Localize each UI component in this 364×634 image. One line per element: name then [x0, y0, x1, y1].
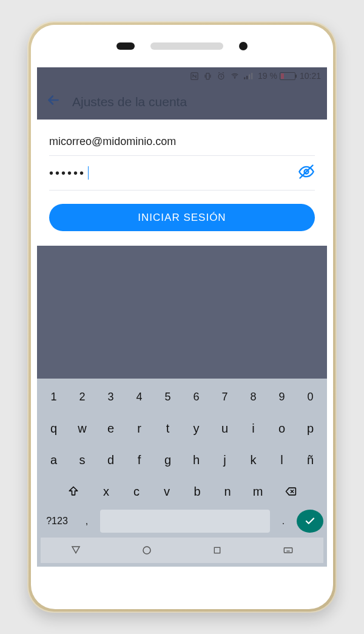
phone-top-hardware — [31, 25, 333, 67]
shift-key[interactable] — [58, 478, 89, 505]
key-d[interactable]: d — [98, 447, 124, 473]
key-s[interactable]: s — [69, 447, 95, 473]
key-5[interactable]: 5 — [155, 383, 181, 410]
key-ñ[interactable]: ñ — [297, 447, 323, 473]
vibrate-icon — [203, 72, 212, 81]
svg-point-10 — [143, 547, 150, 554]
key-g[interactable]: g — [155, 447, 181, 473]
key-n[interactable]: n — [214, 478, 241, 505]
key-h[interactable]: h — [183, 447, 209, 473]
svg-rect-7 — [251, 73, 252, 79]
password-masked-text: •••••• — [49, 166, 86, 180]
app-header: Ajustes de la cuenta — [37, 84, 327, 120]
key-o[interactable]: o — [269, 415, 295, 442]
nfc-icon — [190, 72, 199, 81]
key-j[interactable]: j — [212, 447, 238, 473]
email-field-row — [49, 128, 315, 156]
comma-key[interactable]: , — [76, 510, 98, 533]
key-i[interactable]: i — [240, 415, 266, 442]
key-c[interactable]: c — [123, 478, 150, 505]
svg-rect-11 — [215, 547, 220, 553]
phone-frame: 19 % 10:21 Ajustes de la cuenta — [27, 21, 337, 613]
toggle-password-visibility-icon[interactable] — [298, 163, 315, 183]
battery-indicator: 19 % — [258, 71, 295, 81]
key-t[interactable]: t — [155, 415, 181, 442]
nav-back-icon[interactable] — [70, 544, 82, 556]
key-q[interactable]: q — [41, 415, 67, 442]
key-p[interactable]: p — [297, 415, 323, 442]
keyboard-row-3: xcvbnm — [41, 478, 323, 505]
key-0[interactable]: 0 — [297, 383, 323, 410]
key-x[interactable]: x — [93, 478, 120, 505]
password-field[interactable]: •••••• — [49, 166, 89, 180]
keyboard-row-numbers: 1234567890 — [41, 383, 323, 410]
key-u[interactable]: u — [212, 415, 238, 442]
phone-body: 19 % 10:21 Ajustes de la cuenta — [31, 25, 333, 609]
login-button[interactable]: INICIAR SESIÓN — [49, 204, 315, 231]
clock-text: 10:21 — [300, 71, 321, 81]
key-6[interactable]: 6 — [183, 383, 209, 410]
svg-rect-1 — [206, 73, 209, 79]
key-m[interactable]: m — [244, 478, 271, 505]
key-9[interactable]: 9 — [269, 383, 295, 410]
signal-icon — [244, 72, 254, 80]
android-nav-bar — [41, 538, 323, 563]
page-title: Ajustes de la cuenta — [72, 95, 187, 109]
key-1[interactable]: 1 — [41, 383, 67, 410]
svg-rect-4 — [244, 77, 245, 79]
on-screen-keyboard[interactable]: 1234567890 qwertyuiop asdfghjklñ xcvbnm … — [37, 379, 327, 567]
key-f[interactable]: f — [126, 447, 152, 473]
nav-keyboard-icon[interactable] — [282, 544, 294, 556]
key-w[interactable]: w — [69, 415, 95, 442]
key-7[interactable]: 7 — [212, 383, 238, 410]
enter-key[interactable] — [297, 510, 323, 533]
earpiece-speaker — [150, 42, 223, 50]
key-r[interactable]: r — [126, 415, 152, 442]
alarm-icon — [217, 72, 226, 81]
key-a[interactable]: a — [41, 447, 67, 473]
screen: 19 % 10:21 Ajustes de la cuenta — [37, 67, 327, 567]
password-field-row[interactable]: •••••• — [49, 156, 315, 191]
login-card: •••••• INICIAR SESIÓN — [37, 120, 327, 246]
email-field[interactable] — [49, 135, 315, 148]
key-3[interactable]: 3 — [98, 383, 124, 410]
nav-recent-icon[interactable] — [211, 544, 223, 556]
svg-point-3 — [234, 78, 235, 78]
proximity-sensor — [116, 42, 135, 50]
key-8[interactable]: 8 — [240, 383, 266, 410]
wifi-icon — [230, 72, 240, 80]
key-y[interactable]: y — [183, 415, 209, 442]
svg-rect-12 — [284, 548, 292, 553]
nav-home-icon[interactable] — [141, 544, 153, 556]
keyboard-row-1: qwertyuiop — [41, 415, 323, 442]
front-camera — [239, 42, 248, 50]
back-button[interactable] — [46, 92, 61, 112]
backspace-key[interactable] — [275, 478, 306, 505]
key-v[interactable]: v — [153, 478, 180, 505]
svg-rect-5 — [246, 76, 248, 79]
period-key[interactable]: . — [272, 510, 294, 533]
battery-icon — [280, 72, 295, 80]
key-2[interactable]: 2 — [69, 383, 95, 410]
key-e[interactable]: e — [98, 415, 124, 442]
key-4[interactable]: 4 — [126, 383, 152, 410]
text-caret — [88, 166, 89, 180]
status-bar: 19 % 10:21 — [37, 67, 327, 84]
keyboard-row-2: asdfghjklñ — [41, 447, 323, 473]
symbols-key[interactable]: ?123 — [41, 510, 73, 533]
svg-rect-6 — [249, 75, 250, 79]
key-l[interactable]: l — [269, 447, 295, 473]
keyboard-row-bottom: ?123 , . — [41, 510, 323, 533]
key-b[interactable]: b — [184, 478, 211, 505]
battery-percent-text: 19 % — [258, 71, 277, 81]
key-k[interactable]: k — [240, 447, 266, 473]
space-key[interactable] — [100, 510, 270, 533]
